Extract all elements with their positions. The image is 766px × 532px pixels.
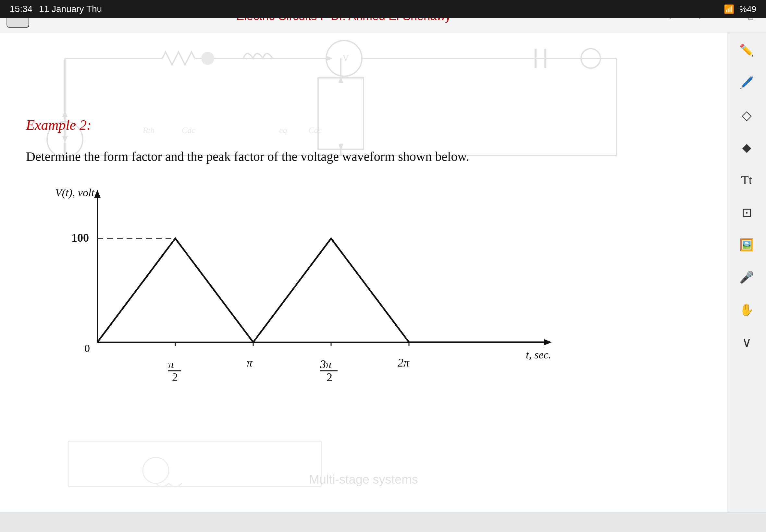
battery: %49 xyxy=(739,4,756,14)
select-tool-button[interactable]: ⊡ xyxy=(736,201,758,224)
svg-text:π: π xyxy=(247,356,253,369)
problem-text: Determine the form factor and the peak f… xyxy=(26,146,610,167)
svg-rect-17 xyxy=(318,78,363,149)
svg-text:0: 0 xyxy=(84,342,90,354)
voice-tool-button[interactable]: 🎤 xyxy=(736,266,758,289)
svg-text:π: π xyxy=(168,358,174,371)
microphone-icon: 🎤 xyxy=(739,271,754,284)
status-bar: 15:34 11 January Thu 📶 %49 xyxy=(0,0,766,18)
svg-text:V(t), volt: V(t), volt xyxy=(55,187,95,199)
text-tool-button[interactable]: Tt xyxy=(736,169,758,191)
status-right: 📶 %49 xyxy=(724,4,756,14)
right-toolbar: ✏️ 🖊️ ◇ ◆ Tt ⊡ 🖼️ 🎤 ✋ ∨ xyxy=(727,32,766,513)
time: 15:34 xyxy=(10,4,32,14)
svg-text:100: 100 xyxy=(71,231,89,244)
bottom-circuit xyxy=(65,438,324,490)
svg-text:2: 2 xyxy=(172,371,178,384)
hand-tool-button[interactable]: ✋ xyxy=(736,298,758,321)
collapse-button[interactable]: ∨ xyxy=(736,331,758,354)
svg-marker-26 xyxy=(62,110,67,117)
svg-text:2π: 2π xyxy=(398,356,410,369)
svg-point-6 xyxy=(201,52,214,65)
diamond-icon: ◆ xyxy=(742,141,751,154)
svg-point-0 xyxy=(326,41,362,76)
bottom-bar xyxy=(0,513,766,532)
svg-point-11 xyxy=(581,49,601,68)
problem-text-content: Determine the form factor and the peak f… xyxy=(26,149,469,164)
svg-text:2: 2 xyxy=(326,371,332,384)
document-page: V V xyxy=(0,32,727,513)
svg-marker-5 xyxy=(326,56,333,61)
svg-marker-19 xyxy=(338,76,343,83)
content-area: V V xyxy=(0,32,727,513)
svg-marker-29 xyxy=(94,190,101,198)
eraser-tool-button[interactable]: ◇ xyxy=(736,104,758,127)
chevron-down-icon: ∨ xyxy=(742,335,751,350)
svg-text:V: V xyxy=(62,134,68,144)
highlighter-icon: 🖊️ xyxy=(739,76,754,90)
date: 11 January Thu xyxy=(39,4,102,14)
watermark: Multi-stage systems xyxy=(309,473,418,487)
svg-point-51 xyxy=(143,457,169,483)
highlighter-tool-button[interactable]: 🖊️ xyxy=(736,71,758,94)
wifi-icon: 📶 xyxy=(724,4,734,14)
status-left: 15:34 11 January Thu xyxy=(10,4,102,14)
graph-container: V(t), volt t, sec. 100 0 π xyxy=(45,187,701,388)
diamond-tool-button[interactable]: ◆ xyxy=(736,136,758,159)
example-heading: Example 2: xyxy=(26,117,701,133)
eraser-icon: ◇ xyxy=(742,108,752,123)
svg-text:t, sec.: t, sec. xyxy=(526,349,551,361)
pen-tool-button[interactable]: ✏️ xyxy=(736,39,758,62)
text-icon: Tt xyxy=(741,173,752,187)
select-icon: ⊡ xyxy=(742,205,752,220)
example-heading-text: Example 2: xyxy=(26,117,91,133)
svg-rect-50 xyxy=(68,441,321,487)
waveform-graph: V(t), volt t, sec. 100 0 π xyxy=(45,187,565,388)
image-icon: 🖼️ xyxy=(739,238,754,252)
svg-text:V: V xyxy=(342,53,349,63)
svg-text:3π: 3π xyxy=(320,358,332,371)
svg-marker-27 xyxy=(62,136,67,143)
image-tool-button[interactable]: 🖼️ xyxy=(736,234,758,256)
pen-icon: ✏️ xyxy=(739,43,754,57)
hand-icon: ✋ xyxy=(739,303,754,317)
